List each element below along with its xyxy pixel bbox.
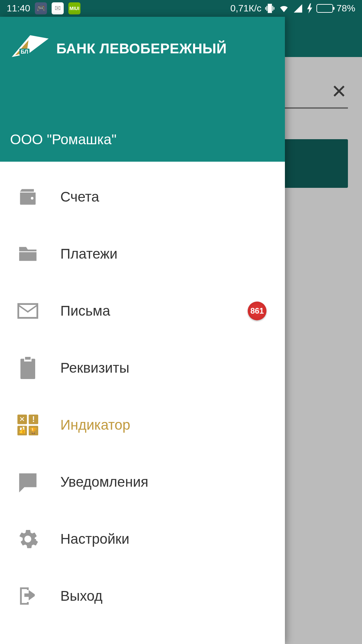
menu-label-indicator: Индикатор <box>60 417 130 433</box>
bank-logo-row: БЛ БАНК ЛЕВОБЕРЕЖНЫЙ <box>10 34 275 64</box>
menu-item-payments[interactable]: Платежи <box>0 225 285 282</box>
menu-label-payments: Платежи <box>60 246 117 262</box>
menu-item-letters[interactable]: Письма 861 <box>0 282 285 339</box>
clipboard-icon <box>16 356 40 380</box>
drawer-header: БЛ БАНК ЛЕВОБЕРЕЖНЫЙ ООО "Ромашка" <box>0 17 285 162</box>
indicator-grid-icon: ✕ ! 👍 🏆 <box>16 413 40 437</box>
menu-label-requisites: Реквизиты <box>60 360 129 376</box>
menu-item-accounts[interactable]: Счета <box>0 168 285 225</box>
menu-item-exit[interactable]: Выход <box>0 568 285 625</box>
wifi-icon <box>278 3 290 14</box>
letters-badge: 861 <box>248 302 266 320</box>
status-bar: 11:40 🎮 ✉ MIUI 0,71К/с 78% <box>0 0 362 17</box>
mail-notification-icon: ✉ <box>52 2 64 14</box>
chat-icon <box>16 470 40 494</box>
battery-percent: 78% <box>337 3 355 14</box>
svg-text:👍: 👍 <box>18 427 26 434</box>
app-notification-icon-1: 🎮 <box>35 2 47 14</box>
gear-icon <box>16 527 40 551</box>
status-time: 11:40 <box>7 3 30 14</box>
svg-text:!: ! <box>32 415 35 424</box>
bank-name: БАНК ЛЕВОБЕРЕЖНЫЙ <box>56 41 227 57</box>
menu-item-settings[interactable]: Настройки <box>0 511 285 568</box>
status-bar-right: 0,71К/с 78% <box>230 3 355 14</box>
menu-item-notifications[interactable]: Уведомления <box>0 453 285 511</box>
menu-label-accounts: Счета <box>60 189 99 205</box>
battery-indicator <box>316 4 333 13</box>
close-icon[interactable]: ✕ <box>331 80 347 102</box>
svg-text:✕: ✕ <box>19 415 25 423</box>
vibrate-icon <box>265 3 275 13</box>
navigation-drawer: БЛ БАНК ЛЕВОБЕРЕЖНЫЙ ООО "Ромашка" Счета… <box>0 17 285 644</box>
folder-icon <box>16 242 40 266</box>
logout-icon <box>16 584 40 608</box>
menu-label-exit: Выход <box>60 588 103 604</box>
miui-notification-icon: MIUI <box>68 2 80 14</box>
svg-text:🏆: 🏆 <box>29 427 37 434</box>
menu-label-notifications: Уведомления <box>60 474 148 490</box>
mail-icon <box>16 299 40 323</box>
bank-logo-icon: БЛ <box>10 34 50 64</box>
status-bar-left: 11:40 🎮 ✉ MIUI <box>7 2 80 14</box>
menu-label-settings: Настройки <box>60 531 129 547</box>
menu-label-letters: Письма <box>60 303 110 319</box>
svg-text:БЛ: БЛ <box>21 49 28 55</box>
network-speed: 0,71К/с <box>230 3 261 14</box>
charging-icon <box>306 3 313 13</box>
menu-item-indicator[interactable]: ✕ ! 👍 🏆 Индикатор <box>0 396 285 453</box>
menu-item-requisites[interactable]: Реквизиты <box>0 339 285 396</box>
wallet-icon <box>16 185 40 209</box>
signal-icon <box>293 3 303 13</box>
company-name: ООО "Ромашка" <box>10 131 275 148</box>
drawer-menu: Счета Платежи Письма 861 Реквизиты <box>0 162 285 644</box>
